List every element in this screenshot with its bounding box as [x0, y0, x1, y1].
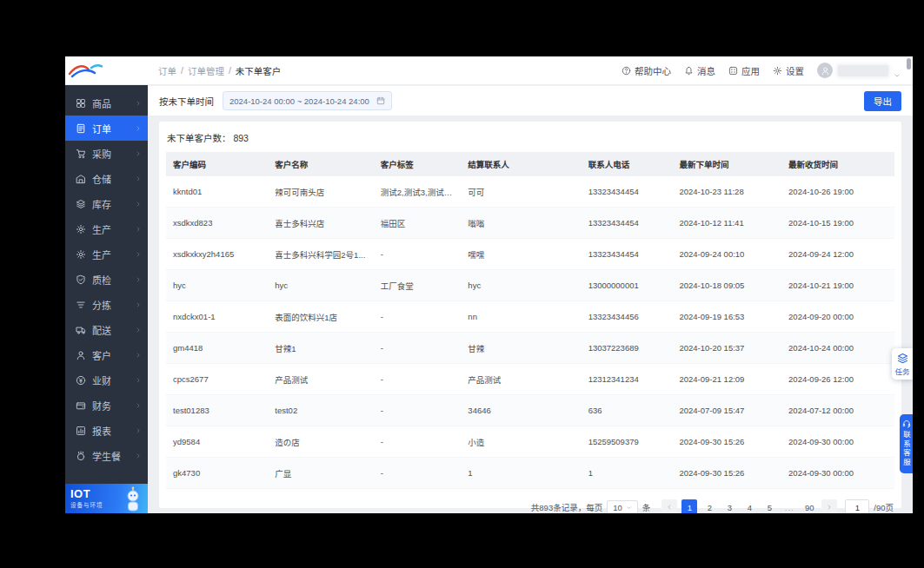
export-button[interactable]: 导出 — [864, 91, 901, 111]
sidebar-item-goods[interactable]: 商品 — [65, 90, 148, 116]
sidebar-item-delivery[interactable]: 配送 — [65, 317, 148, 342]
table-cell: cpcs2677 — [166, 364, 268, 395]
chevron-right-icon — [135, 175, 142, 182]
table-cell: kkntd01 — [166, 176, 268, 208]
breadcrumb-item[interactable]: 订单管理 — [188, 64, 224, 77]
pager-ellipsis[interactable]: ... — [781, 499, 797, 513]
chevron-right-icon — [135, 352, 142, 359]
page-button-5[interactable]: 5 — [761, 499, 777, 513]
table-cell: 2024-09-19 16:53 — [672, 301, 781, 333]
table-cell: - — [374, 301, 462, 333]
sidebar-item-label: 质检 — [92, 273, 135, 287]
page-button-3[interactable]: 3 — [721, 499, 737, 513]
table-cell: yd9584 — [166, 426, 268, 458]
table-cell: 2024-09-30 15:26 — [672, 458, 781, 489]
table-cell: 2024-09-30 15:26 — [672, 426, 781, 458]
table-row: xsdkxkxy2h4165喜士多科兴科学园2号1...-嘿嘿133234344… — [166, 239, 894, 270]
chevron-right-icon — [135, 251, 142, 258]
sidebar-item-quality[interactable]: 质检 — [65, 267, 148, 292]
table-cell: nxdckx01-1 — [166, 301, 268, 333]
header-action-bell[interactable]: 消息 — [684, 64, 715, 77]
sidebar-item-label: 报表 — [92, 424, 135, 438]
app-window: 商品订单采购仓储库存生产生产质检分拣配送客户业财财务报表学生餐 IOT 设备与环… — [65, 56, 913, 513]
sidebar-item-inventory[interactable]: 库存 — [65, 191, 148, 216]
table-cell: 测试2,测试3,测试4... — [374, 176, 462, 208]
table-cell: - — [374, 333, 462, 364]
sidebar-item-sorting[interactable]: 分拣 — [65, 292, 148, 317]
sidebar-item-business-finance[interactable]: 业财 — [65, 367, 148, 393]
headset-icon — [902, 419, 911, 428]
contact-service-button[interactable]: 联系客服 — [900, 414, 913, 473]
header-action-label: 设置 — [786, 64, 804, 77]
task-panel-button[interactable]: 任务 — [892, 348, 913, 380]
table-cell: 13323434454 — [582, 239, 673, 270]
brand-logo-graphic — [68, 62, 116, 79]
breadcrumb-item[interactable]: 订单 — [158, 64, 176, 77]
column-header-3: 结算联系人 — [461, 152, 581, 176]
table-cell: 2024-09-30 00:00 — [781, 426, 894, 458]
breadcrumb-current: 未下单客户 — [236, 64, 282, 77]
page-size-select[interactable]: 10 — [607, 500, 638, 514]
sidebar-item-label: 库存 — [92, 197, 135, 211]
page-button-1[interactable]: 1 — [681, 499, 697, 513]
sidebar-item-finance[interactable]: 财务 — [65, 393, 148, 418]
chevron-right-icon — [135, 301, 142, 308]
column-header-5: 最新下单时间 — [672, 152, 781, 176]
column-header-6: 最新收货时间 — [781, 152, 894, 176]
page-jump-input[interactable] — [845, 499, 869, 513]
summary-count: 893 — [233, 133, 249, 143]
date-range-picker[interactable]: 2024-10-24 00:00 ~ 2024-10-24 24:00 — [223, 91, 392, 110]
page-button-4[interactable]: 4 — [741, 499, 757, 513]
sidebar-item-warehouse[interactable]: 仓储 — [65, 166, 148, 191]
robot-mascot-graphic — [121, 486, 145, 512]
purchase-icon — [76, 149, 86, 159]
sidebar-item-purchase[interactable]: 采购 — [65, 141, 148, 166]
table-cell: 产品测试 — [461, 364, 581, 395]
sidebar-item-label: 采购 — [92, 147, 135, 161]
prev-page-button[interactable] — [661, 499, 677, 513]
report-icon — [76, 426, 86, 436]
sidebar-item-label: 分拣 — [92, 298, 135, 312]
next-page-button[interactable] — [821, 499, 837, 513]
sidebar-item-label: 学生餐 — [92, 449, 135, 463]
table-cell: xsdkxd823 — [166, 208, 268, 239]
sidebar-item-customer[interactable]: 客户 — [65, 342, 148, 367]
person-icon — [821, 66, 830, 76]
table-cell: 2024-09-26 12:00 — [781, 364, 894, 395]
table-cell: 喜士多科兴科学园2号1... — [268, 239, 374, 270]
sidebar: 商品订单采购仓储库存生产生产质检分拣配送客户业财财务报表学生餐 IOT 设备与环… — [65, 56, 148, 513]
scrollbar-thumb[interactable] — [907, 58, 911, 69]
table-cell: test01283 — [166, 395, 268, 426]
apps-icon — [728, 66, 738, 76]
sidebar-item-report[interactable]: 报表 — [65, 418, 148, 443]
chevron-right-icon — [135, 377, 142, 384]
chevron-down-icon — [626, 505, 632, 511]
header-action-settings[interactable]: 设置 — [773, 64, 804, 77]
sidebar-item-student-meal[interactable]: 学生餐 — [65, 443, 148, 468]
header-action-help[interactable]: 帮助中心 — [622, 64, 671, 77]
table-cell: 13323434456 — [582, 301, 673, 333]
table-cell: gm4418 — [166, 333, 268, 364]
sidebar-item-label: 客户 — [92, 348, 135, 362]
table-cell: 工厂食堂 — [374, 270, 462, 301]
table-cell: 2024-10-15 19:00 — [781, 208, 894, 239]
header-action-apps[interactable]: 应用 — [728, 64, 760, 77]
summary-row: 未下单客户数： 893 — [166, 122, 894, 152]
sidebar-item-order[interactable]: 订单 — [65, 116, 148, 141]
column-header-2: 客户标签 — [374, 152, 462, 176]
table-cell: 636 — [582, 395, 673, 426]
page-button-90[interactable]: 90 — [801, 499, 817, 513]
inventory-icon — [76, 199, 86, 209]
business-finance-icon — [76, 375, 86, 386]
sorting-icon — [76, 300, 86, 310]
iot-brand: IOT 设备与环境 — [65, 484, 148, 513]
sidebar-item-production[interactable]: 生产 — [65, 241, 148, 267]
page-button-2[interactable]: 2 — [701, 499, 717, 513]
table-cell: 13323434454 — [582, 176, 673, 208]
table-cell: 13323434454 — [582, 208, 673, 239]
sidebar-item-production[interactable]: 生产 — [65, 216, 148, 241]
user-menu[interactable] — [817, 63, 901, 78]
header-action-label: 应用 — [741, 64, 760, 77]
table-cell: 2024-10-24 00:00 — [781, 333, 894, 364]
pagination: 共893条记录，每页 10 条 12345...90 /90页 — [166, 489, 894, 513]
